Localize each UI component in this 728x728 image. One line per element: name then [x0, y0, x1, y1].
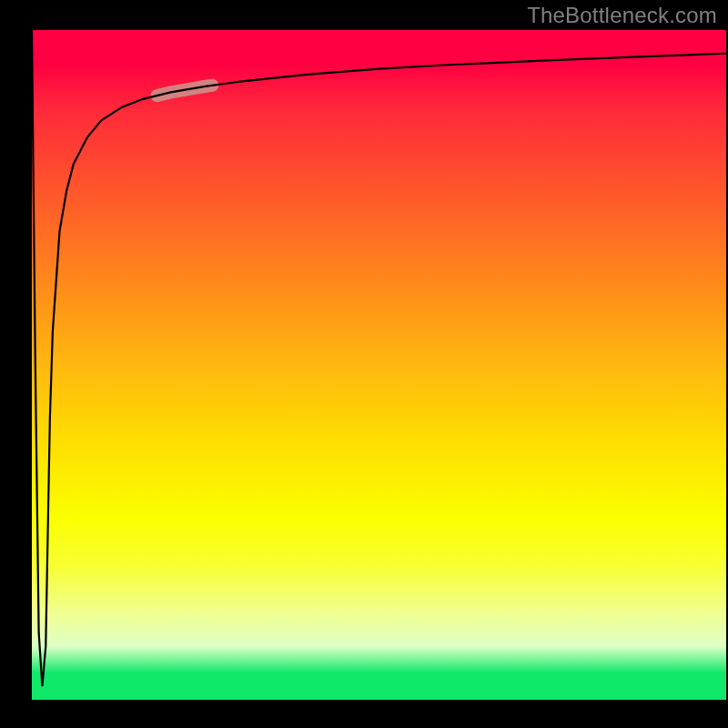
- attribution-text: TheBottleneck.com: [527, 3, 717, 28]
- plot-area: [32, 30, 726, 700]
- chart-container: TheBottleneck.com: [0, 0, 728, 728]
